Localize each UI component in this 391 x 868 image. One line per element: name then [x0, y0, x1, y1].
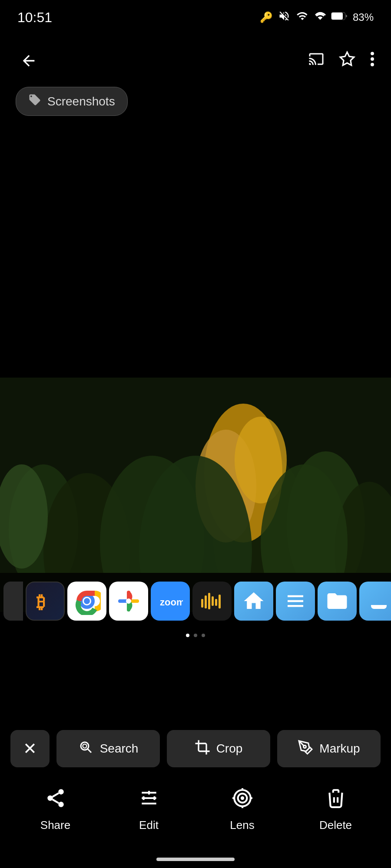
delete-label: Delete — [319, 819, 352, 832]
edit-icon — [138, 787, 160, 813]
svg-point-33 — [81, 742, 89, 750]
home-indicator — [156, 858, 235, 861]
lens-icon — [232, 787, 253, 813]
crop-label: Crop — [216, 742, 243, 756]
edit-nav-item[interactable]: Edit — [102, 787, 196, 832]
partial-app-icon — [3, 582, 23, 621]
svg-rect-29 — [208, 593, 210, 609]
svg-point-23 — [84, 598, 90, 604]
back-button[interactable] — [16, 48, 42, 74]
svg-line-35 — [87, 749, 91, 752]
folder3-app-icon[interactable] — [318, 582, 357, 621]
close-button[interactable]: ✕ — [10, 730, 50, 767]
crop-button[interactable]: Crop — [167, 730, 270, 767]
black-area-top — [0, 87, 391, 378]
tag-icon — [28, 93, 41, 109]
svg-point-4 — [371, 63, 374, 66]
dot-3 — [202, 634, 205, 637]
share-label: Share — [40, 819, 70, 832]
share-icon — [45, 787, 66, 813]
app-dock: ₿ zoom — [0, 573, 391, 629]
zoom-app-icon[interactable]: zoom — [151, 582, 190, 621]
top-right-actions — [308, 51, 375, 71]
lens-label: Lens — [230, 819, 254, 832]
folder2-app-icon[interactable] — [276, 582, 315, 621]
svg-rect-27 — [201, 599, 203, 608]
delete-icon — [325, 787, 347, 813]
svg-line-42 — [52, 793, 58, 796]
svg-point-3 — [371, 57, 374, 61]
svg-point-34 — [83, 744, 86, 748]
folder1-app-icon[interactable] — [234, 582, 273, 621]
folder4-app-icon[interactable] — [359, 582, 391, 621]
dock-dots — [0, 630, 391, 641]
svg-rect-32 — [219, 595, 221, 608]
status-time: 10:51 — [17, 10, 52, 26]
svg-point-2 — [371, 52, 374, 55]
markup-icon — [298, 740, 313, 758]
share-nav-item[interactable]: Share — [9, 787, 102, 832]
svg-point-51 — [240, 796, 244, 799]
battery-icon — [331, 11, 348, 23]
edit-label: Edit — [139, 819, 159, 832]
chrome-app-icon[interactable] — [67, 582, 106, 621]
key-icon: 🔑 — [260, 11, 273, 23]
status-bar: 10:51 🔑 83% — [0, 0, 391, 35]
svg-rect-28 — [205, 595, 207, 608]
photos-app-icon[interactable] — [109, 582, 148, 621]
svg-text:zoom: zoom — [160, 597, 183, 608]
svg-point-25 — [126, 598, 131, 604]
main-nav: Share Edit — [0, 777, 391, 842]
svg-point-40 — [58, 802, 64, 807]
close-icon: ✕ — [23, 739, 37, 758]
audio-app-icon[interactable] — [192, 582, 232, 621]
svg-rect-1 — [331, 13, 343, 20]
cast-button[interactable] — [308, 51, 325, 70]
svg-point-37 — [304, 745, 306, 748]
markup-button[interactable]: Markup — [277, 730, 381, 767]
action-toolbar: ✕ Search Crop — [0, 725, 391, 773]
svg-line-41 — [52, 799, 58, 803]
bitcoin-app-icon[interactable]: ₿ — [26, 582, 65, 621]
dot-1 — [186, 634, 189, 637]
favorite-button[interactable] — [339, 51, 355, 71]
svg-point-38 — [58, 789, 64, 795]
more-options-button[interactable] — [369, 51, 375, 71]
dot-2 — [194, 634, 197, 637]
signal-icon — [315, 10, 326, 25]
markup-label: Markup — [319, 742, 360, 756]
crop-icon — [195, 740, 210, 758]
top-bar — [0, 35, 391, 87]
wifi-icon — [295, 10, 309, 25]
screenshots-text: Screenshots — [47, 95, 115, 108]
delete-nav-item[interactable]: Delete — [289, 787, 382, 832]
svg-point-39 — [47, 795, 53, 801]
svg-rect-31 — [215, 599, 217, 606]
battery-percent: 83% — [353, 11, 374, 23]
search-icon — [78, 740, 94, 758]
status-icons: 🔑 83% — [260, 10, 374, 25]
mute-icon — [278, 10, 290, 25]
screenshots-label[interactable]: Screenshots — [16, 87, 128, 116]
lens-nav-item[interactable]: Lens — [196, 787, 289, 832]
search-label: Search — [100, 742, 139, 756]
search-button[interactable]: Search — [56, 730, 160, 767]
svg-text:₿: ₿ — [36, 592, 45, 612]
svg-rect-30 — [212, 596, 214, 606]
